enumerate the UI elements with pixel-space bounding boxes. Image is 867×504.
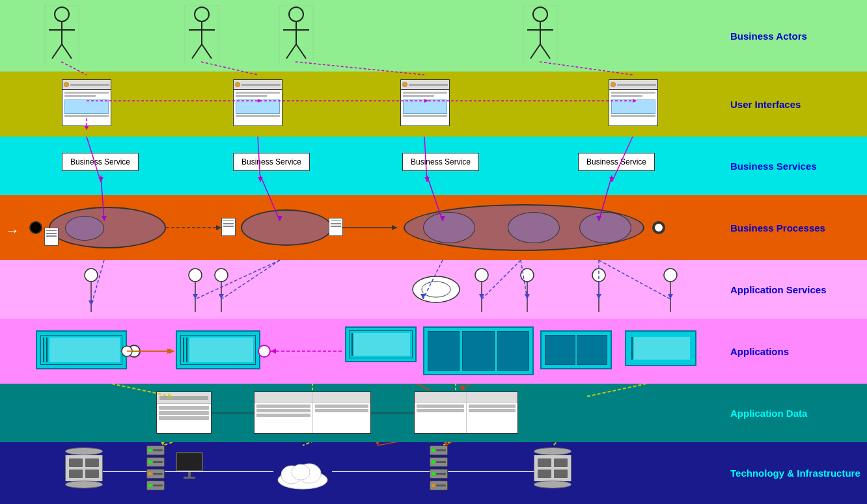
actor-figure-4 xyxy=(521,5,560,64)
bpmn-end-event xyxy=(652,221,665,234)
svg-point-60 xyxy=(413,276,460,302)
svg-marker-37 xyxy=(258,177,263,182)
svg-marker-75 xyxy=(219,294,224,299)
svg-point-6 xyxy=(195,7,209,21)
process-sub-3c xyxy=(579,212,631,243)
svg-point-104 xyxy=(278,471,327,489)
process-sub-3b xyxy=(508,212,560,243)
svg-line-80 xyxy=(521,260,527,299)
svg-line-102 xyxy=(462,384,488,390)
svg-marker-87 xyxy=(167,349,172,354)
svg-line-4 xyxy=(62,44,72,59)
svg-point-66 xyxy=(592,269,605,282)
ui-box-2 xyxy=(233,79,282,126)
doc-icon-3 xyxy=(329,218,343,236)
layer-ui: User Interfaces xyxy=(0,72,867,137)
svg-point-18 xyxy=(533,7,547,21)
app-block-2 xyxy=(176,330,260,369)
svg-marker-77 xyxy=(420,294,426,299)
appserv-lollipop-1 xyxy=(78,263,104,315)
doc-icon-2 xyxy=(221,218,236,236)
svg-point-54 xyxy=(85,269,98,282)
layer-actors: Business Actors xyxy=(0,0,867,72)
process-sub-ellipse-1a xyxy=(65,216,104,241)
svg-line-21 xyxy=(530,44,540,59)
svg-line-112 xyxy=(163,442,182,445)
svg-point-58 xyxy=(215,269,228,282)
svg-line-72 xyxy=(195,260,280,299)
svg-marker-43 xyxy=(216,225,221,230)
layer-data-label: Application Data xyxy=(724,384,867,442)
appserv-lollipop-3 xyxy=(208,263,234,315)
svg-line-114 xyxy=(303,442,319,445)
biz-service-2: Business Service xyxy=(233,153,310,171)
svg-marker-92 xyxy=(271,349,276,354)
layer-services: Business Service Business Service Busine… xyxy=(0,137,867,195)
svg-line-16 xyxy=(296,44,306,59)
svg-marker-90 xyxy=(169,349,174,354)
svg-line-99 xyxy=(586,384,677,397)
layer-apps-label: Applications xyxy=(724,319,867,384)
svg-marker-103 xyxy=(460,386,465,390)
app-block-6 xyxy=(625,330,696,366)
layer-appserv: Application Services xyxy=(0,260,867,319)
app-connector-circle-2 xyxy=(258,345,271,358)
svg-line-84 xyxy=(599,260,670,299)
svg-marker-81 xyxy=(525,294,530,299)
svg-marker-85 xyxy=(668,294,673,299)
layer-tech: Technology & Infrastructure xyxy=(0,442,867,504)
layer-services-label: Business Services xyxy=(724,137,867,195)
svg-line-119 xyxy=(446,442,462,445)
svg-line-3 xyxy=(52,44,62,59)
appserv-lollipop-4 xyxy=(469,263,495,315)
svg-line-76 xyxy=(423,260,443,299)
actor-figure-2 xyxy=(182,5,221,64)
actor-figure-1 xyxy=(42,5,81,64)
monitor-1 xyxy=(176,452,203,479)
svg-point-0 xyxy=(55,7,69,21)
appserv-lollipop-5 xyxy=(514,263,540,315)
svg-marker-73 xyxy=(193,294,198,299)
ui-box-3 xyxy=(400,79,450,126)
svg-point-105 xyxy=(281,466,302,484)
app-block-3 xyxy=(345,326,417,362)
layer-tech-label: Technology & Infrastructure xyxy=(724,442,867,504)
svg-marker-26 xyxy=(84,126,89,130)
process-ellipse-2 xyxy=(241,209,332,246)
server-tower-2 xyxy=(430,445,448,490)
svg-point-64 xyxy=(521,269,534,282)
server-tower-1 xyxy=(146,445,165,490)
svg-marker-118 xyxy=(375,442,380,445)
layer-data: Application Data xyxy=(0,384,867,442)
appserv-lollipop-6 xyxy=(586,263,612,315)
svg-point-107 xyxy=(292,464,310,480)
data-box-3 xyxy=(414,391,518,434)
ui-box-1 xyxy=(62,79,111,126)
svg-marker-101 xyxy=(426,386,430,391)
svg-marker-79 xyxy=(479,294,484,299)
svg-marker-45 xyxy=(392,225,397,230)
app-block-1 xyxy=(36,330,127,369)
doc-icon-1 xyxy=(44,228,59,246)
svg-line-78 xyxy=(482,260,521,299)
app-arrow-1 xyxy=(117,338,182,364)
svg-point-68 xyxy=(664,269,677,282)
layer-processes-label: Business Processes xyxy=(724,195,867,260)
cylinder-db-1 xyxy=(65,447,103,488)
svg-marker-41 xyxy=(609,177,614,182)
start-arrow: → xyxy=(5,222,20,239)
appserv-double-circle xyxy=(410,273,462,306)
svg-marker-39 xyxy=(424,177,430,182)
svg-line-22 xyxy=(540,44,550,59)
svg-marker-71 xyxy=(89,300,94,306)
app-block-5 xyxy=(540,330,612,369)
svg-line-15 xyxy=(286,44,296,59)
svg-marker-35 xyxy=(98,177,103,182)
app-connector-circle-1 xyxy=(128,345,141,358)
data-box-1 xyxy=(156,391,212,434)
svg-line-117 xyxy=(378,442,430,445)
svg-line-116 xyxy=(553,442,560,445)
cloud-1 xyxy=(273,455,332,491)
bpmn-start-event xyxy=(29,221,42,234)
cylinder-db-2 xyxy=(534,447,571,488)
